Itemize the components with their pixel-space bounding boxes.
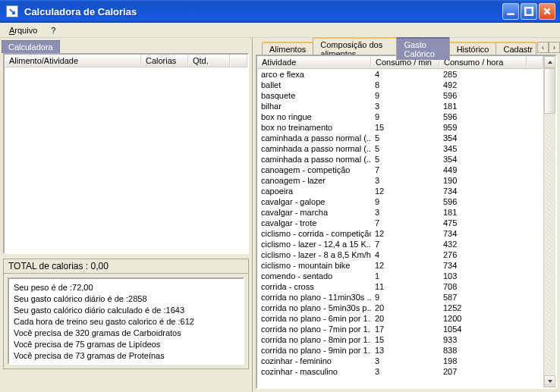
cell-consumo-min: 13 <box>371 345 439 356</box>
cell-atividade: box no ringue <box>257 111 371 122</box>
cell-consumo-min: 9 <box>371 111 439 122</box>
cell-consumo-hora: 1252 <box>439 303 527 313</box>
table-row[interactable]: ciclismo - corrida - competição12734 <box>257 228 543 239</box>
cell-atividade: basquete <box>257 90 371 101</box>
table-row[interactable]: cavalgar - marcha3181 <box>257 207 543 218</box>
cell-consumo-min: 5 <box>371 133 439 143</box>
table-row[interactable]: ciclismo - lazer - 8 a 8,5 Km/h4276 <box>257 249 543 260</box>
table-row[interactable]: comendo - sentado1103 <box>257 271 543 281</box>
tab-gasto[interactable]: Gasto Calórico <box>396 37 449 60</box>
cell-consumo-hora: 198 <box>439 356 527 366</box>
scroll-down-button[interactable] <box>544 375 555 387</box>
cell-consumo-min: 1 <box>371 271 439 281</box>
table-row[interactable]: corrida no plano - 9min por 1...13838 <box>257 345 543 356</box>
tab-historico[interactable]: Histórico <box>449 42 497 55</box>
totals-box: Seu peso é de :72,00 Seu gasto calórico … <box>8 278 244 365</box>
cell-consumo-min: 15 <box>371 122 439 133</box>
cell-consumo-min: 4 <box>371 69 439 80</box>
window-buttons <box>502 3 555 20</box>
table-row[interactable]: basquete9596 <box>257 90 543 101</box>
cell-consumo-hora: 103 <box>439 271 527 281</box>
table-row[interactable]: cavalgar - galope9596 <box>257 196 543 207</box>
cell-consumo-min: 8 <box>371 80 439 90</box>
left-list-body <box>5 67 247 252</box>
vertical-scrollbar[interactable] <box>543 56 555 387</box>
cell-consumo-hora: 734 <box>439 228 527 239</box>
table-row[interactable]: box no treinamento15959 <box>257 122 543 133</box>
tab-scroll-left[interactable]: ‹ <box>537 42 549 53</box>
close-button[interactable] <box>539 3 555 20</box>
table-row[interactable]: caminhada a passo normal (...5345 <box>257 143 543 154</box>
left-listview[interactable]: Alimento/Atividade Calorias Qtd. <box>3 53 249 254</box>
table-row[interactable]: corrida no plano - 11min30s ...9587 <box>257 292 543 303</box>
cell-consumo-hora: 475 <box>439 218 527 228</box>
cell-consumo-hora: 838 <box>439 345 527 356</box>
table-row[interactable]: ciclismo - mountain bike12734 <box>257 260 543 271</box>
table-row[interactable]: capoeira12734 <box>257 186 543 196</box>
cell-consumo-hora: 734 <box>439 186 527 196</box>
table-row[interactable]: canoagem - lazer3190 <box>257 175 543 186</box>
table-row[interactable]: arco e flexa4285 <box>257 69 543 80</box>
cell-atividade: corrida no plano - 9min por 1... <box>257 345 371 356</box>
cell-consumo-min: 3 <box>371 356 439 366</box>
table-row[interactable]: caminhada a passo normal (...5354 <box>257 154 543 165</box>
cell-consumo-min: 12 <box>371 260 439 271</box>
right-list-body: arco e flexa4285ballet8492basquete9596bi… <box>257 69 543 387</box>
cell-consumo-hora: 587 <box>439 292 527 303</box>
menu-help[interactable]: ? <box>48 25 58 36</box>
col-consumo-hora[interactable]: Consumo / hora <box>439 56 527 68</box>
table-row[interactable]: canoagem - competição7449 <box>257 165 543 175</box>
menu-arquivo[interactable]: Arquivo <box>6 25 40 36</box>
cell-consumo-min: 12 <box>371 186 439 196</box>
right-listview[interactable]: Atividade Consumo / min Consumo / hora a… <box>256 55 557 389</box>
table-row[interactable]: corrida - cross11708 <box>257 281 543 292</box>
cell-atividade: cavalgar - trote <box>257 218 371 228</box>
table-row[interactable]: corrida no plano - 6min por 1...201200 <box>257 313 543 324</box>
table-row[interactable]: caminhada a passo normal (...5354 <box>257 133 543 143</box>
tab-scroll-right[interactable]: › <box>549 42 560 53</box>
cell-consumo-hora: 596 <box>439 111 527 122</box>
table-row[interactable] <box>257 377 543 387</box>
cell-atividade: caminhada a passo normal (... <box>257 143 371 154</box>
table-row[interactable]: ballet8492 <box>257 80 543 90</box>
cell-atividade: caminhada a passo normal (... <box>257 154 371 165</box>
cell-atividade: cavalgar - galope <box>257 196 371 207</box>
cell-atividade: arco e flexa <box>257 69 371 80</box>
cell-consumo-min: 7 <box>371 218 439 228</box>
cell-atividade: cozinhar - feminino <box>257 356 371 366</box>
cell-atividade: corrida no plano - 8min por 1... <box>257 334 371 345</box>
cell-consumo-min: 4 <box>371 249 439 260</box>
tab-alimentos[interactable]: Alimentos <box>262 42 313 55</box>
table-row[interactable]: cavalgar - trote7475 <box>257 218 543 228</box>
table-row[interactable]: cozinhar - masculino3207 <box>257 366 543 377</box>
scroll-track[interactable] <box>544 68 555 375</box>
table-row[interactable]: corrida no plano - 5min30s p...201252 <box>257 303 543 313</box>
table-row[interactable]: box no ringue9596 <box>257 111 543 122</box>
cell-consumo-hora: 596 <box>439 196 527 207</box>
totals-panel: TOTAL de calorias : 0,00 Seu peso é de :… <box>3 259 249 369</box>
maximize-button[interactable] <box>521 3 537 20</box>
tab-cadastro[interactable]: Cadastr <box>496 42 536 55</box>
cell-atividade: capoeira <box>257 186 371 196</box>
col-atividade[interactable]: Atividade <box>257 56 371 68</box>
table-row[interactable]: ciclismo - lazer - 12,4 a 15 K...7432 <box>257 239 543 249</box>
tab-calculadora[interactable]: Calculadora <box>2 40 60 53</box>
col-calorias[interactable]: Calorias <box>141 55 188 67</box>
col-pad <box>527 56 543 68</box>
minimize-button[interactable] <box>502 3 519 20</box>
col-alimento[interactable]: Alimento/Atividade <box>5 55 141 67</box>
table-row[interactable]: corrida no plano - 7min por 1...171054 <box>257 324 543 334</box>
cell-consumo-min: 5 <box>371 143 439 154</box>
cell-consumo-min: 15 <box>371 334 439 345</box>
table-row[interactable]: cozinhar - feminino3198 <box>257 356 543 366</box>
cell-consumo-hora: 354 <box>439 133 527 143</box>
info-line: Seu peso é de :72,00 <box>14 282 238 293</box>
scroll-thumb[interactable] <box>544 68 555 114</box>
col-qtd[interactable]: Qtd. <box>188 55 230 67</box>
cell-consumo-min: 3 <box>371 366 439 377</box>
cell-consumo-min: 3 <box>371 101 439 111</box>
table-row[interactable]: bilhar3181 <box>257 101 543 111</box>
scroll-up-button[interactable] <box>544 56 555 68</box>
cell-atividade: canoagem - lazer <box>257 175 371 186</box>
table-row[interactable]: corrida no plano - 8min por 1...15933 <box>257 334 543 345</box>
